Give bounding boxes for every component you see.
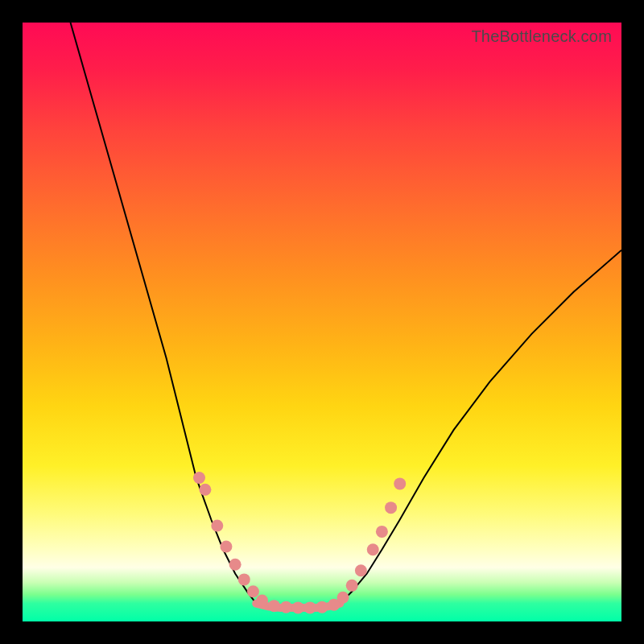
svg-point-12: [316, 601, 328, 613]
svg-point-16: [355, 564, 367, 576]
svg-point-20: [394, 477, 406, 489]
curve-svg: [23, 23, 621, 621]
svg-point-17: [367, 543, 379, 555]
svg-point-9: [280, 601, 292, 613]
svg-point-15: [346, 580, 358, 592]
svg-point-18: [376, 526, 388, 538]
chart-frame: TheBottleneck.com: [0, 0, 644, 644]
svg-point-5: [238, 573, 250, 585]
svg-point-6: [247, 585, 259, 597]
svg-point-3: [220, 541, 232, 553]
marker-dots: [193, 472, 406, 613]
svg-point-7: [256, 594, 268, 606]
plot-area: TheBottleneck.com: [23, 23, 621, 621]
svg-point-1: [199, 484, 211, 496]
svg-point-11: [304, 601, 316, 613]
svg-point-19: [385, 502, 397, 514]
svg-point-10: [292, 601, 304, 613]
curve-lines: [71, 23, 621, 608]
svg-point-8: [268, 600, 280, 612]
svg-point-4: [229, 559, 242, 571]
svg-point-0: [193, 472, 205, 484]
svg-point-14: [337, 592, 349, 604]
svg-point-2: [211, 519, 223, 531]
